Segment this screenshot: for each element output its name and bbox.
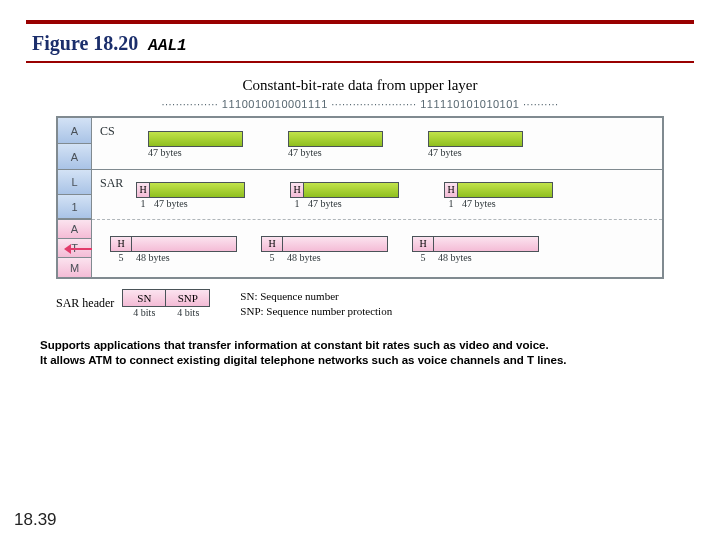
snp-desc: SNP: Sequence number protection	[240, 304, 392, 319]
page-number: 18.39	[14, 510, 57, 530]
sn-box: SN	[122, 289, 166, 307]
legend-notes: SN: Sequence number SNP: Sequence number…	[240, 289, 392, 320]
sar-row: SAR H 147 bytes H147 bytes H147 bytes	[92, 170, 662, 220]
sidebar-aal-l: L	[58, 170, 92, 195]
sar-plen: 47 bytes	[154, 198, 188, 209]
cs-label: CS	[100, 124, 115, 139]
desc-line2: It allows ATM to connect existing digita…	[40, 353, 680, 369]
sn-bits: 4 bits	[122, 307, 166, 318]
layer-frame: A A L 1 A T M CS 47 bytes 47 by	[56, 116, 664, 279]
sar-hlen: 1	[136, 198, 150, 209]
sidebar-aal-1: 1	[58, 195, 92, 220]
cs-block	[148, 131, 243, 147]
desc-line1: Supports applications that transfer info…	[40, 338, 680, 354]
sar-payload	[150, 182, 245, 198]
sar-header-label: SAR header	[56, 296, 114, 311]
title-underline	[26, 61, 694, 63]
snp-bits: 4 bits	[166, 307, 210, 318]
top-rule	[26, 20, 694, 24]
sidebar-aal-a2: A	[58, 144, 92, 170]
figure-name: AAL1	[148, 37, 186, 55]
sidebar-aal-a1: A	[58, 118, 92, 144]
cs-len: 47 bytes	[148, 147, 182, 158]
snp-box: SNP	[166, 289, 210, 307]
cs-block	[288, 131, 383, 147]
arrow-left-icon	[64, 244, 92, 254]
description: Supports applications that transfer info…	[40, 338, 680, 369]
upper-layer-title: Constant-bit-rate data from upper layer	[56, 77, 664, 94]
sar-header: H	[136, 182, 150, 198]
figure-title: Figure 18.20 AAL1	[32, 32, 694, 55]
aal1-diagram: Constant-bit-rate data from upper layer …	[56, 77, 664, 320]
cs-row: CS 47 bytes 47 bytes 47 bytes	[92, 118, 662, 170]
atm-group: H 548 bytes	[110, 236, 237, 263]
atm-plen: 48 bytes	[136, 252, 170, 263]
cs-group: 47 bytes	[148, 131, 243, 158]
cs-block	[428, 131, 523, 147]
sar-group: H 147 bytes	[136, 182, 245, 209]
sar-label: SAR	[100, 176, 123, 191]
atm-header: H	[110, 236, 132, 252]
figure-number: Figure 18.20	[32, 32, 138, 55]
sidebar-atm-a: A	[58, 220, 92, 239]
sidebar-atm-m: M	[58, 258, 92, 277]
sar-header-legend: SAR header SN SNP 4 bits 4 bits	[56, 289, 210, 318]
sn-desc: SN: Sequence number	[240, 289, 392, 304]
bitstream: ················ 1110010010001111 ······…	[56, 98, 664, 110]
legend: SAR header SN SNP 4 bits 4 bits SN: Sequ…	[56, 289, 664, 320]
layer-body: CS 47 bytes 47 bytes 47 bytes SAR	[92, 118, 662, 277]
atm-payload	[132, 236, 237, 252]
atm-row: H 548 bytes H548 bytes H548 bytes	[92, 220, 662, 277]
atm-hlen: 5	[110, 252, 132, 263]
